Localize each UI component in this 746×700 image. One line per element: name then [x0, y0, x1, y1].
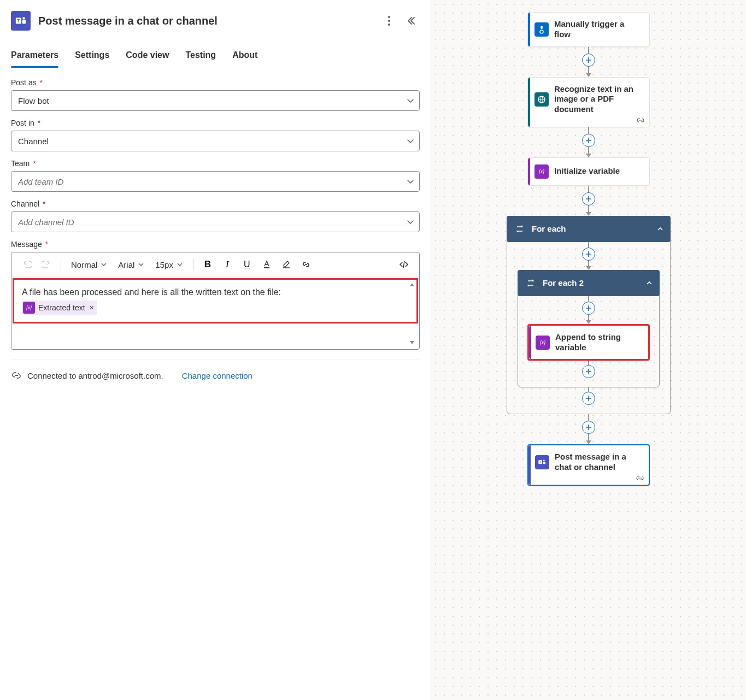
for-each-2-container: For each 2 {x} Append to string variable [518, 270, 660, 388]
svg-point-4 [388, 16, 390, 18]
tab-testing[interactable]: Testing [185, 44, 216, 68]
svg-text:{x}: {x} [540, 340, 546, 345]
svg-rect-3 [22, 20, 26, 23]
token-label: Extracted text [38, 303, 85, 314]
card-title: Manually trigger a flow [554, 19, 643, 40]
panel-header: T Post message in a chat or channel [0, 0, 431, 39]
add-step-button[interactable] [582, 421, 595, 434]
font-dropdown[interactable]: Arial [115, 258, 148, 272]
channel-label: Channel * [11, 199, 420, 208]
connection-icon [11, 370, 22, 381]
redo-button[interactable] [39, 257, 54, 272]
message-text: A file has been processed and here is al… [22, 287, 281, 297]
code-view-button[interactable] [396, 257, 412, 272]
rich-text-editor: Normal Arial 15px B I U A [11, 252, 420, 350]
for-each-header[interactable]: For each [507, 216, 671, 242]
connection-badge-icon [636, 475, 644, 481]
loop-icon [524, 277, 537, 290]
post-in-select[interactable] [11, 131, 420, 151]
svg-point-10 [540, 30, 543, 33]
svg-text:{x}: {x} [539, 169, 545, 174]
chevron-up-icon [645, 279, 653, 287]
svg-rect-17 [543, 462, 545, 464]
add-step-button[interactable] [582, 54, 595, 67]
variable-icon: {x} [534, 164, 549, 179]
tab-parameters[interactable]: Parameters [11, 44, 58, 68]
scrollbar[interactable] [406, 281, 418, 346]
loop-icon [513, 222, 526, 236]
teams-icon: T [535, 455, 549, 469]
post-as-label: Post as * [11, 78, 420, 87]
tab-code-view[interactable]: Code view [126, 44, 169, 68]
for-each-container: For each For each 2 [507, 216, 671, 415]
connection-row: Connected to antrod@microsoft.com. Chang… [11, 370, 420, 381]
post-in-label: Post in * [11, 119, 420, 127]
add-step-button[interactable] [582, 302, 595, 315]
svg-rect-7 [264, 267, 269, 268]
add-step-button[interactable] [582, 365, 595, 378]
trigger-icon [534, 22, 549, 37]
card-title: Recognize text in an image or a PDF docu… [554, 84, 643, 115]
variable-icon: {x} [23, 302, 35, 314]
card-append-variable[interactable]: {x} Append to string variable [527, 324, 650, 361]
svg-text:T: T [17, 19, 20, 23]
size-dropdown[interactable]: 15px [152, 258, 186, 272]
svg-point-2 [22, 17, 25, 19]
svg-text:{x}: {x} [26, 305, 32, 310]
card-title: Post message in a chat or channel [555, 452, 642, 473]
font-color-button[interactable] [259, 257, 274, 272]
highlight-button[interactable] [279, 257, 294, 272]
channel-input[interactable] [11, 211, 420, 232]
token-remove[interactable]: × [90, 303, 94, 314]
message-body[interactable]: A file has been processed and here is al… [13, 278, 418, 323]
card-post-message[interactable]: T Post message in a chat or channel [527, 444, 650, 486]
for-each-2-header[interactable]: For each 2 [518, 270, 660, 296]
teams-icon: T [11, 11, 31, 31]
connection-badge-icon [636, 117, 645, 123]
card-recognize-text[interactable]: Recognize text in an image or a PDF docu… [527, 77, 650, 127]
dynamic-token[interactable]: {x} Extracted text × [22, 301, 97, 315]
add-step-button[interactable] [582, 392, 595, 405]
scroll-up-icon [409, 281, 415, 288]
link-button[interactable] [298, 257, 314, 272]
change-connection-link[interactable]: Change connection [182, 371, 252, 380]
chevron-up-icon [656, 225, 664, 233]
add-step-button[interactable] [582, 248, 595, 261]
add-step-button[interactable] [582, 134, 595, 147]
panel-title: Post message in a chat or channel [38, 15, 373, 27]
tabs: Parameters Settings Code view Testing Ab… [0, 44, 431, 68]
svg-point-5 [388, 20, 390, 22]
bold-button[interactable]: B [200, 257, 215, 272]
ai-icon [534, 92, 549, 107]
undo-button[interactable] [19, 257, 34, 272]
variable-icon: {x} [536, 336, 550, 350]
team-label: Team * [11, 159, 420, 168]
collapse-panel-button[interactable] [402, 12, 420, 30]
rte-toolbar: Normal Arial 15px B I U [11, 252, 419, 277]
tab-about[interactable]: About [232, 44, 257, 68]
parameters-form: Post as * Post in * Team * [0, 68, 431, 391]
underline-button[interactable]: U [239, 257, 255, 272]
action-config-panel: T Post message in a chat or channel Para… [0, 0, 431, 700]
style-dropdown[interactable]: Normal [68, 258, 110, 272]
svg-point-16 [543, 460, 545, 461]
italic-button[interactable]: I [220, 257, 235, 272]
post-as-select[interactable] [11, 90, 420, 111]
card-trigger[interactable]: Manually trigger a flow [527, 12, 650, 47]
card-title: Append to string variable [555, 332, 642, 353]
flow-canvas[interactable]: Manually trigger a flow Recognize text i… [431, 0, 746, 700]
connection-text: Connected to antrod@microsoft.com. [27, 371, 163, 380]
tab-settings[interactable]: Settings [75, 44, 109, 68]
team-input[interactable] [11, 171, 420, 192]
card-title: Initialize variable [554, 166, 620, 177]
svg-point-6 [388, 23, 390, 26]
more-button[interactable] [380, 12, 398, 30]
message-label: Message * [11, 240, 420, 249]
svg-rect-9 [541, 26, 543, 29]
add-step-button[interactable] [582, 192, 595, 205]
card-initialize-variable[interactable]: {x} Initialize variable [527, 157, 650, 186]
scroll-down-icon [409, 339, 415, 346]
